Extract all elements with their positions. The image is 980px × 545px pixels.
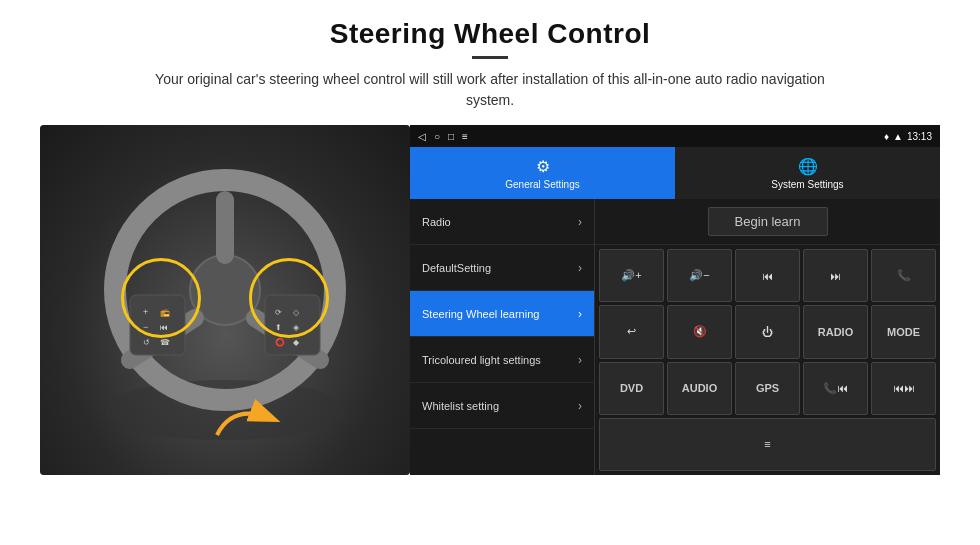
title-divider bbox=[472, 56, 508, 59]
highlight-circle-right bbox=[249, 258, 329, 338]
btn-mute[interactable]: 🔇 bbox=[667, 305, 732, 358]
begin-learn-button[interactable]: Begin learn bbox=[708, 207, 828, 236]
system-settings-icon: 🌐 bbox=[798, 157, 818, 176]
control-row-2: ↩ 🔇 ⏻ RADIO MOD bbox=[599, 305, 936, 358]
btn-phone[interactable]: 📞 bbox=[871, 249, 936, 302]
arrow-indicator bbox=[209, 393, 289, 457]
settings-item-whitelist-label: Whitelist setting bbox=[422, 400, 499, 412]
home-nav-icon[interactable]: ○ bbox=[434, 131, 440, 142]
steering-wheel-image: + − ↺ 📻 ⏮ ☎ ⟳ ⬆ ⭕ ◇ ◈ ◆ bbox=[40, 125, 410, 475]
btn-next-track[interactable]: ⏭ bbox=[803, 249, 868, 302]
settings-item-tricoloured-label: Tricoloured light settings bbox=[422, 354, 541, 366]
next-track-icon: ⏭ bbox=[830, 270, 841, 282]
menu-icon: ≡ bbox=[764, 438, 770, 450]
settings-list: Radio › DefaultSetting › Steering Wheel … bbox=[410, 199, 595, 475]
tab-bar: ⚙ General Settings 🌐 System Settings bbox=[410, 147, 940, 199]
control-panel: Begin learn 🔊+ 🔊− ⏮ bbox=[595, 199, 940, 475]
status-indicators: ♦ ▲ 13:13 bbox=[884, 131, 932, 142]
btn-prev-track[interactable]: ⏮ bbox=[735, 249, 800, 302]
settings-item-steering-label: Steering Wheel learning bbox=[422, 308, 539, 320]
chevron-icon-radio: › bbox=[578, 215, 582, 229]
settings-area: Radio › DefaultSetting › Steering Wheel … bbox=[410, 199, 940, 475]
btn-hang-up[interactable]: ↩ bbox=[599, 305, 664, 358]
chevron-icon-whitelist: › bbox=[578, 399, 582, 413]
svg-text:⭕: ⭕ bbox=[275, 337, 285, 347]
settings-item-whitelist[interactable]: Whitelist setting › bbox=[410, 383, 594, 429]
gps-label: GPS bbox=[756, 382, 779, 394]
power-icon: ⏻ bbox=[762, 326, 773, 338]
dvd-label: DVD bbox=[620, 382, 643, 394]
wifi-icon: ▲ bbox=[893, 131, 903, 142]
status-nav-icons: ◁ ○ □ ≡ bbox=[418, 131, 468, 142]
vol-up-icon: 🔊+ bbox=[621, 269, 641, 282]
settings-item-radio-label: Radio bbox=[422, 216, 451, 228]
audio-label: AUDIO bbox=[682, 382, 717, 394]
chevron-icon-steering: › bbox=[578, 307, 582, 321]
settings-item-default-label: DefaultSetting bbox=[422, 262, 491, 274]
btn-seek-ff[interactable]: ⏮⏭ bbox=[871, 362, 936, 415]
settings-item-steering[interactable]: Steering Wheel learning › bbox=[410, 291, 594, 337]
btn-phone-prev[interactable]: 📞⏮ bbox=[803, 362, 868, 415]
seek-ff-icon: ⏮⏭ bbox=[893, 382, 915, 394]
btn-power[interactable]: ⏻ bbox=[735, 305, 800, 358]
mode-label: MODE bbox=[887, 326, 920, 338]
vol-down-icon: 🔊− bbox=[689, 269, 709, 282]
begin-learn-row: Begin learn bbox=[595, 199, 940, 245]
control-grid: 🔊+ 🔊− ⏮ ⏭ 📞 bbox=[595, 245, 940, 475]
tab-general-settings[interactable]: ⚙ General Settings bbox=[410, 147, 675, 199]
settings-item-radio[interactable]: Radio › bbox=[410, 199, 594, 245]
prev-track-icon: ⏮ bbox=[762, 270, 773, 282]
btn-vol-up[interactable]: 🔊+ bbox=[599, 249, 664, 302]
location-icon: ♦ bbox=[884, 131, 889, 142]
content-row: + − ↺ 📻 ⏮ ☎ ⟳ ⬆ ⭕ ◇ ◈ ◆ bbox=[40, 125, 940, 475]
settings-item-tricoloured[interactable]: Tricoloured light settings › bbox=[410, 337, 594, 383]
btn-mode[interactable]: MODE bbox=[871, 305, 936, 358]
phone-prev-icon: 📞⏮ bbox=[823, 382, 848, 395]
android-panel: ◁ ○ □ ≡ ♦ ▲ 13:13 ⚙ General Settings bbox=[410, 125, 940, 475]
page-subtitle: Your original car's steering wheel contr… bbox=[140, 69, 840, 111]
chevron-icon-tricoloured: › bbox=[578, 353, 582, 367]
back-nav-icon[interactable]: ◁ bbox=[418, 131, 426, 142]
chevron-icon-default: › bbox=[578, 261, 582, 275]
btn-radio[interactable]: RADIO bbox=[803, 305, 868, 358]
btn-vol-down[interactable]: 🔊− bbox=[667, 249, 732, 302]
control-row-4: ≡ bbox=[599, 418, 936, 471]
control-row-3: DVD AUDIO GPS 📞⏮ bbox=[599, 362, 936, 415]
clock: 13:13 bbox=[907, 131, 932, 142]
page-title: Steering Wheel Control bbox=[330, 18, 651, 50]
svg-text:◆: ◆ bbox=[293, 338, 300, 347]
general-settings-icon: ⚙ bbox=[536, 157, 550, 176]
btn-menu-icon[interactable]: ≡ bbox=[599, 418, 936, 471]
phone-icon: 📞 bbox=[897, 269, 911, 282]
tab-system-label: System Settings bbox=[771, 179, 843, 190]
btn-gps[interactable]: GPS bbox=[735, 362, 800, 415]
mute-icon: 🔇 bbox=[693, 325, 707, 338]
btn-audio[interactable]: AUDIO bbox=[667, 362, 732, 415]
radio-label: RADIO bbox=[818, 326, 853, 338]
status-bar: ◁ ○ □ ≡ ♦ ▲ 13:13 bbox=[410, 125, 940, 147]
recents-nav-icon[interactable]: □ bbox=[448, 131, 454, 142]
btn-dvd[interactable]: DVD bbox=[599, 362, 664, 415]
menu-nav-icon[interactable]: ≡ bbox=[462, 131, 468, 142]
control-row-1: 🔊+ 🔊− ⏮ ⏭ 📞 bbox=[599, 249, 936, 302]
highlight-circle-left bbox=[121, 258, 201, 338]
tab-system-settings[interactable]: 🌐 System Settings bbox=[675, 147, 940, 199]
svg-text:↺: ↺ bbox=[143, 338, 150, 347]
svg-text:☎: ☎ bbox=[160, 338, 170, 347]
tab-general-label: General Settings bbox=[505, 179, 580, 190]
settings-item-default[interactable]: DefaultSetting › bbox=[410, 245, 594, 291]
hang-up-icon: ↩ bbox=[627, 325, 636, 338]
